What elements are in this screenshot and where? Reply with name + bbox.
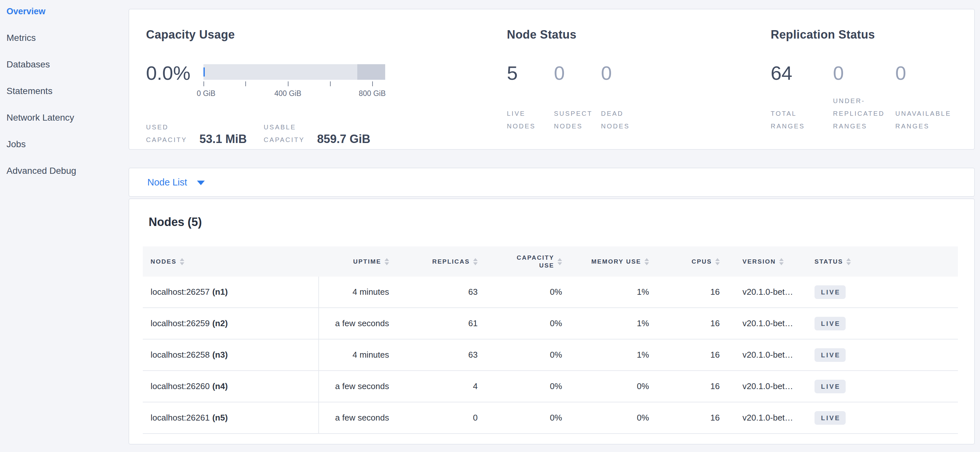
column-header-cpus[interactable]: CPUS — [649, 258, 720, 265]
cpus-cell: 16 — [649, 287, 720, 297]
table-row[interactable]: localhost:26258(n3) 4 minutes 63 0% 1% 1… — [143, 339, 958, 371]
version-cell: v20.1.0-bet… — [720, 381, 814, 392]
sort-icon — [385, 258, 389, 265]
node-id: (n2) — [212, 319, 228, 328]
status-cell: LIVE — [814, 348, 958, 362]
suspect-nodes-count: 0 — [554, 63, 601, 83]
node-id: (n5) — [212, 413, 228, 423]
capacity-use-cell: 0% — [478, 319, 562, 328]
sort-icon — [779, 258, 784, 265]
capacity-bar-ticks — [204, 81, 385, 87]
status-badge: LIVE — [815, 380, 846, 393]
memory-use-cell: 0% — [562, 413, 649, 423]
usable-capacity-stat: USABLE CAPACITY 859.7 GiB — [264, 121, 371, 146]
sidebar-item-statements[interactable]: Statements — [0, 78, 129, 105]
used-capacity-stat: USED CAPACITY 53.1 MiB — [146, 121, 247, 146]
column-header-status[interactable]: STATUS — [814, 258, 958, 265]
sidebar-item-metrics[interactable]: Metrics — [0, 25, 129, 51]
column-header-memory-use[interactable]: MEMORY USE — [562, 258, 649, 265]
capacity-bar: 0 GiB 400 GiB 800 GiB — [204, 64, 385, 99]
sort-icon — [473, 258, 478, 265]
capacity-usage-section: Capacity Usage 0.0% — [146, 27, 385, 146]
node-status-section: Node Status 5 LIVE NODES 0 SUSPECT NODES — [507, 27, 648, 133]
memory-use-cell: 1% — [562, 287, 649, 297]
nodes-table: NODES UPTIME REPLICAS CAPACITY USE MEMOR… — [143, 246, 958, 434]
cpus-cell: 16 — [649, 319, 720, 328]
used-capacity-label: USED — [146, 121, 187, 133]
nodes-table-header: NODES UPTIME REPLICAS CAPACITY USE MEMOR… — [143, 246, 958, 277]
column-header-nodes[interactable]: NODES — [143, 246, 319, 277]
column-header-capacity-use[interactable]: CAPACITY USE — [478, 254, 562, 270]
node-id: (n1) — [212, 287, 228, 297]
version-cell: v20.1.0-bet… — [720, 413, 814, 423]
view-selector-card: Node List — [129, 168, 975, 197]
capacity-used-percent: 0.0% — [146, 63, 196, 83]
table-row[interactable]: localhost:26257(n1) 4 minutes 63 0% 1% 1… — [143, 277, 958, 308]
sort-icon — [715, 258, 720, 265]
table-row[interactable]: localhost:26260(n4) a few seconds 4 0% 0… — [143, 371, 958, 402]
under-replicated-ranges-stat: 0 UNDER- REPLICATED RANGES — [833, 63, 895, 133]
sidebar-item-network-latency[interactable]: Network Latency — [0, 105, 129, 131]
node-address-cell[interactable]: localhost:26258(n3) — [143, 339, 319, 370]
table-row[interactable]: localhost:26261(n5) a few seconds 0 0% 0… — [143, 402, 958, 434]
usable-capacity-label: USABLE — [264, 121, 305, 133]
capacity-use-cell: 0% — [478, 413, 562, 423]
status-badge: LIVE — [815, 285, 846, 299]
status-badge: LIVE — [815, 348, 846, 362]
under-replicated-count: 0 — [833, 63, 895, 83]
capacity-bar-track — [204, 64, 385, 80]
capacity-usage-title: Capacity Usage — [146, 27, 385, 42]
nodes-table-title: Nodes (5) — [149, 215, 974, 229]
status-cell: LIVE — [814, 285, 958, 299]
capacity-use-cell: 0% — [478, 287, 562, 297]
column-header-uptime[interactable]: UPTIME — [319, 258, 389, 265]
capacity-bar-tick-labels: 0 GiB 400 GiB 800 GiB — [204, 89, 385, 99]
status-badge: LIVE — [815, 317, 846, 330]
node-address-cell[interactable]: localhost:26261(n5) — [143, 402, 319, 433]
sidebar-item-overview[interactable]: Overview — [0, 0, 129, 25]
dead-nodes-stat: 0 DEAD NODES — [601, 63, 648, 133]
memory-use-cell: 0% — [562, 381, 649, 392]
live-nodes-stat: 5 LIVE NODES — [507, 63, 554, 133]
node-address-cell[interactable]: localhost:26260(n4) — [143, 371, 319, 402]
node-address-cell[interactable]: localhost:26257(n1) — [143, 277, 319, 308]
version-cell: v20.1.0-bet… — [720, 319, 814, 328]
node-list-dropdown-label: Node List — [147, 177, 187, 188]
sidebar-item-advanced-debug[interactable]: Advanced Debug — [0, 158, 129, 184]
node-list-dropdown[interactable]: Node List — [129, 168, 974, 196]
column-header-version[interactable]: VERSION — [720, 258, 814, 265]
column-header-replicas[interactable]: REPLICAS — [389, 258, 478, 265]
suspect-nodes-stat: 0 SUSPECT NODES — [554, 63, 601, 133]
table-row[interactable]: localhost:26259(n2) a few seconds 61 0% … — [143, 308, 958, 339]
node-id: (n3) — [212, 350, 228, 360]
sidebar-item-databases[interactable]: Databases — [0, 51, 129, 78]
memory-use-cell: 1% — [562, 319, 649, 328]
usable-capacity-value: 859.7 GiB — [317, 133, 370, 146]
total-ranges-stat: 64 TOTAL RANGES — [771, 63, 833, 133]
uptime-cell: 4 minutes — [319, 350, 389, 360]
sort-icon — [846, 258, 851, 265]
sort-icon — [557, 258, 562, 265]
cpus-cell: 16 — [649, 381, 720, 392]
unavailable-ranges-stat: 0 UNAVAILABLE RANGES — [895, 63, 958, 133]
cpus-cell: 16 — [649, 350, 720, 360]
overview-page: Overview Metrics Databases Statements Ne… — [0, 0, 980, 452]
replication-status-section: Replication Status 64 TOTAL RANGES 0 UND… — [771, 27, 958, 133]
used-capacity-value: 53.1 MiB — [200, 133, 247, 146]
capacity-bar-nonusable-segment — [357, 64, 385, 80]
cpus-cell: 16 — [649, 413, 720, 423]
node-id: (n4) — [212, 381, 228, 392]
uptime-cell: a few seconds — [319, 381, 389, 392]
live-nodes-count: 5 — [507, 63, 554, 83]
sidebar-item-jobs[interactable]: Jobs — [0, 131, 129, 158]
capacity-use-cell: 0% — [478, 350, 562, 360]
nodes-table-card: Nodes (5) NODES UPTIME REPLICAS CAPACITY… — [129, 198, 975, 444]
chevron-down-icon — [197, 181, 205, 185]
cluster-summary-card: Capacity Usage 0.0% — [129, 9, 975, 150]
node-address-cell[interactable]: localhost:26259(n2) — [143, 308, 319, 339]
status-badge: LIVE — [815, 411, 846, 425]
uptime-cell: a few seconds — [319, 413, 389, 423]
replicas-cell: 4 — [389, 381, 478, 392]
replicas-cell: 63 — [389, 350, 478, 360]
memory-use-cell: 1% — [562, 350, 649, 360]
